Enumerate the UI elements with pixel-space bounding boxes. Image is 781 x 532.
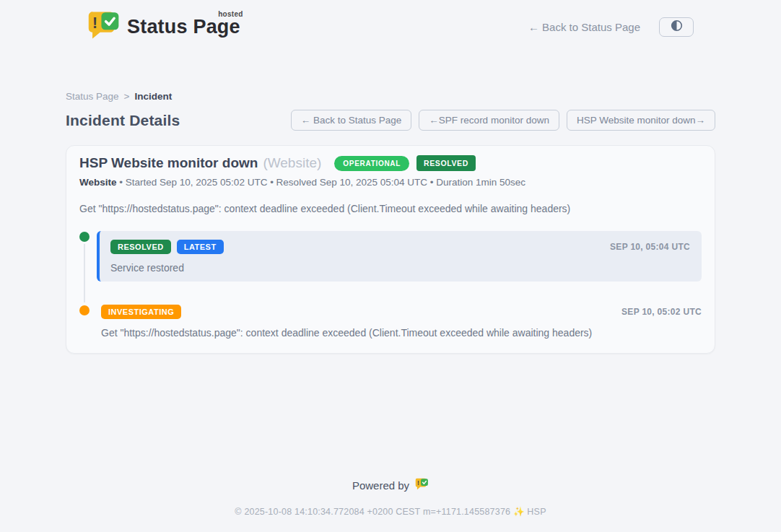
breadcrumb-root[interactable]: Status Page: [66, 91, 119, 102]
copyright-text: © 2025-10-08 14:10:34.772084 +0200 CEST …: [66, 506, 715, 517]
breadcrumb-separator: >: [124, 91, 130, 102]
operational-status-badge: OPERATIONAL: [334, 156, 409, 171]
nav-next-incident-button[interactable]: HSP Website monitor down→: [567, 110, 715, 131]
incident-timeline: RESOLVED LATEST SEP 10, 05:04 UTC Servic…: [79, 231, 702, 339]
resolved-status-badge: RESOLVED: [416, 155, 476, 171]
timeline-item: INVESTIGATING SEP 10, 05:02 UTC Get "htt…: [79, 305, 702, 339]
update-timestamp: SEP 10, 05:04 UTC: [610, 242, 690, 252]
logo-text: Status Page: [127, 16, 240, 38]
powered-by-logo-icon[interactable]: !: [415, 478, 429, 492]
contrast-half-circle-icon: [671, 19, 683, 34]
timeline-item: RESOLVED LATEST SEP 10, 05:04 UTC Servic…: [79, 231, 702, 282]
incident-meta-details: • Started Sep 10, 2025 05:02 UTC • Resol…: [119, 177, 525, 188]
update-latest-badge: LATEST: [177, 240, 224, 254]
breadcrumb-current: Incident: [134, 91, 172, 102]
nav-prev-incident-button[interactable]: ←SPF record monitor down: [419, 110, 559, 131]
svg-text:!: !: [417, 479, 419, 487]
incident-title: HSP Website monitor down: [79, 155, 258, 171]
powered-by-label: Powered by: [352, 479, 409, 492]
footer: Powered by ! © 2025-10-08 14:10:34.77208…: [66, 478, 715, 517]
incident-monitor-name: Website: [79, 177, 117, 188]
incident-description: Get "https://hostedstatus.page": context…: [79, 203, 702, 214]
theme-toggle-button[interactable]: [659, 17, 694, 37]
update-message: Service restored: [110, 262, 690, 274]
update-message: Get "https://hostedstatus.page": context…: [101, 327, 702, 339]
svg-text:!: !: [92, 14, 97, 31]
timeline-dot-investigating-icon: [79, 305, 90, 315]
update-resolved-badge: RESOLVED: [110, 240, 171, 254]
header-back-link[interactable]: ← Back to Status Page: [528, 21, 640, 33]
update-timestamp: SEP 10, 05:02 UTC: [621, 307, 702, 317]
app-logo[interactable]: ! Status Page hosted: [87, 10, 240, 43]
breadcrumb: Status Page>Incident: [66, 91, 715, 102]
header: ! Status Page hosted ← Back to Status Pa…: [66, 0, 715, 43]
logo-hosted-badge: hosted: [218, 10, 243, 18]
timeline-connector-line: [84, 243, 85, 302]
incident-meta: Website • Started Sep 10, 2025 05:02 UTC…: [79, 177, 702, 188]
incident-card: HSP Website monitor down (Website) OPERA…: [66, 145, 715, 354]
update-investigating-badge: INVESTIGATING: [101, 305, 181, 319]
incident-scope: (Website): [263, 155, 321, 171]
page-title: Incident Details: [66, 112, 180, 129]
nav-back-to-status-page-button[interactable]: ← Back to Status Page: [291, 110, 412, 131]
latest-update-card: RESOLVED LATEST SEP 10, 05:04 UTC Servic…: [97, 231, 702, 282]
logo-bubble-icon: !: [87, 10, 121, 43]
timeline-dot-resolved-icon: [79, 232, 90, 242]
